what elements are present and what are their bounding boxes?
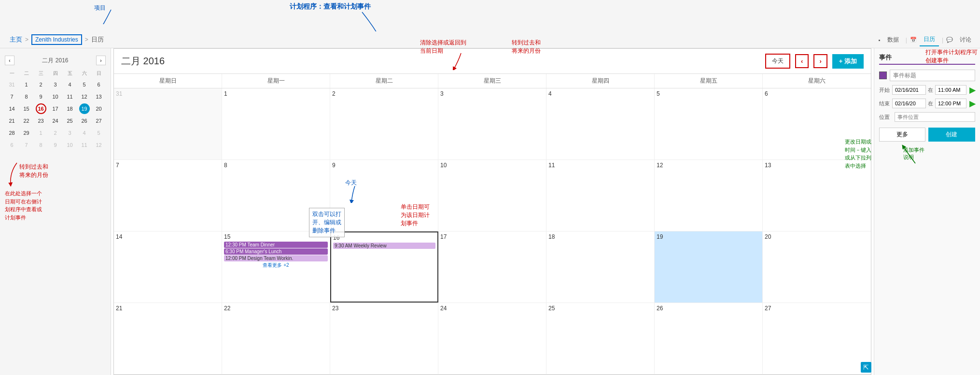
cal-cell[interactable]: 27 bbox=[763, 303, 871, 374]
mini-day[interactable]: 6 bbox=[94, 79, 104, 90]
mini-day[interactable]: 12 bbox=[94, 140, 104, 150]
cal-cell[interactable]: 10 bbox=[438, 160, 546, 231]
cal-cell[interactable]: 5 bbox=[655, 88, 763, 159]
mini-day[interactable]: 1 bbox=[21, 79, 32, 90]
mini-day[interactable]: 11 bbox=[79, 140, 90, 150]
mini-day[interactable]: 18 bbox=[65, 103, 75, 114]
cal-cell[interactable]: 22 bbox=[222, 303, 330, 374]
start-time-input[interactable] bbox=[935, 85, 966, 95]
cal-cell[interactable]: 1 bbox=[222, 88, 330, 159]
btn-create[interactable]: 创建 bbox=[928, 128, 976, 142]
cal-cell[interactable]: 12 bbox=[655, 160, 763, 231]
mini-day[interactable]: 5 bbox=[79, 79, 90, 90]
cal-cell[interactable]: 4 bbox=[546, 88, 655, 159]
cal-cell[interactable]: 1512:30 PM Team Dinner6:30 PM Manager's … bbox=[222, 231, 330, 303]
cal-event[interactable]: 9:30 AM Weekly Review bbox=[333, 243, 435, 249]
mini-day[interactable]: 14 bbox=[7, 103, 17, 114]
mini-day[interactable]: 7 bbox=[7, 91, 17, 102]
form-end-row: 结束 在 ▶ bbox=[879, 99, 975, 108]
mini-day[interactable]: 3 bbox=[50, 79, 61, 90]
cal-event[interactable]: 12:00 PM Design Team Workin. bbox=[224, 255, 328, 261]
cal-cell[interactable]: 7 bbox=[114, 160, 222, 231]
mini-day[interactable]: 5 bbox=[94, 128, 104, 138]
mini-day[interactable]: 21 bbox=[7, 115, 17, 126]
mini-day[interactable]: 27 bbox=[94, 115, 104, 126]
mini-day[interactable]: 12 bbox=[79, 91, 90, 102]
end-time-input[interactable] bbox=[935, 99, 966, 108]
mini-day[interactable]: 7 bbox=[21, 140, 32, 150]
cal-event[interactable]: 12:30 PM Team Dinner bbox=[224, 242, 328, 248]
mini-day[interactable]: 29 bbox=[21, 128, 32, 138]
mini-day[interactable]: 19 bbox=[79, 103, 90, 114]
mini-day[interactable]: 17 bbox=[50, 103, 61, 114]
tab-calendar[interactable]: 日历 bbox=[920, 33, 939, 46]
mini-day[interactable]: 8 bbox=[21, 91, 32, 102]
event-color-picker[interactable] bbox=[879, 72, 887, 79]
dow-sunday: 星期日 bbox=[114, 74, 222, 88]
mini-day[interactable]: 4 bbox=[65, 79, 75, 90]
start-date-input[interactable] bbox=[892, 85, 926, 95]
mini-day[interactable]: 22 bbox=[21, 115, 32, 126]
mini-day[interactable]: 2 bbox=[36, 79, 46, 90]
mini-day[interactable]: 24 bbox=[50, 115, 61, 126]
event-title-input[interactable] bbox=[890, 70, 975, 81]
cal-cell[interactable]: 24 bbox=[438, 303, 546, 374]
mini-day[interactable]: 11 bbox=[65, 91, 75, 102]
cal-cell[interactable]: 25 bbox=[546, 303, 655, 374]
cal-today-btn[interactable]: 今天 bbox=[765, 54, 790, 69]
cal-cell[interactable]: 2 bbox=[330, 88, 438, 159]
mini-day[interactable]: 10 bbox=[50, 91, 61, 102]
mini-day[interactable]: 9 bbox=[36, 91, 46, 102]
cal-event[interactable]: 6:30 PM Manager's Lunch bbox=[224, 248, 328, 255]
end-date-input[interactable] bbox=[892, 99, 926, 108]
end-time-arrow: ▶ bbox=[969, 99, 975, 108]
cal-cell[interactable]: 18 bbox=[546, 231, 655, 303]
cal-cell[interactable]: 31 bbox=[114, 88, 222, 159]
cal-next-btn[interactable]: › bbox=[813, 54, 827, 68]
cal-cell[interactable]: 20 bbox=[763, 231, 871, 303]
cal-cell[interactable]: 26 bbox=[655, 303, 763, 374]
mini-day[interactable]: 4 bbox=[79, 128, 90, 138]
mini-cal-next[interactable]: › bbox=[96, 56, 106, 65]
cal-date-number: 8 bbox=[224, 162, 328, 169]
mini-day[interactable]: 8 bbox=[36, 140, 46, 150]
cal-prev-btn[interactable]: ‹ bbox=[795, 54, 809, 68]
cal-cell[interactable]: 21 bbox=[114, 303, 222, 374]
mini-day[interactable]: 15 bbox=[21, 103, 32, 114]
cal-cell[interactable]: 169:30 AM Weekly Review bbox=[330, 231, 438, 303]
location-input[interactable] bbox=[895, 112, 975, 122]
breadcrumb-home[interactable]: 主页 bbox=[10, 35, 22, 44]
cal-cell[interactable]: 3 bbox=[438, 88, 546, 159]
mini-day[interactable]: 20 bbox=[94, 103, 104, 114]
cal-cell[interactable]: 8 bbox=[222, 160, 330, 231]
cal-cell[interactable]: 23 bbox=[330, 303, 438, 374]
mini-day[interactable]: 6 bbox=[7, 140, 17, 150]
mini-day[interactable]: 2 bbox=[50, 128, 61, 138]
cal-cell[interactable]: 17 bbox=[438, 231, 546, 303]
cal-cell[interactable]: 14 bbox=[114, 231, 222, 303]
cal-cell[interactable]: 13 bbox=[763, 160, 871, 231]
mini-day[interactable]: 16 bbox=[36, 103, 46, 114]
btn-more[interactable]: 更多 bbox=[879, 128, 925, 142]
breadcrumb-project[interactable]: Zenith Industries bbox=[31, 34, 82, 45]
cal-cell[interactable]: 9 bbox=[330, 160, 438, 231]
bottom-nav-icon[interactable]: ⇱ bbox=[861, 362, 871, 373]
mini-day[interactable]: 13 bbox=[94, 91, 104, 102]
mini-day[interactable]: 10 bbox=[65, 140, 75, 150]
mini-day[interactable]: 1 bbox=[36, 128, 46, 138]
cal-date-number: 27 bbox=[765, 305, 869, 312]
mini-day[interactable]: 28 bbox=[7, 128, 17, 138]
mini-day[interactable]: 23 bbox=[36, 115, 46, 126]
mini-day[interactable]: 3 bbox=[65, 128, 75, 138]
tab-data[interactable]: 数据 bbox=[883, 34, 903, 46]
mini-cal-prev[interactable]: ‹ bbox=[5, 56, 14, 65]
mini-day[interactable]: 31 bbox=[7, 79, 17, 90]
cal-cell[interactable]: 19 bbox=[655, 231, 763, 303]
mini-day[interactable]: 9 bbox=[50, 140, 61, 150]
cal-event-more[interactable]: 查看更多 +2 bbox=[224, 262, 328, 269]
cal-add-btn[interactable]: + 添加 bbox=[832, 54, 864, 69]
mini-day[interactable]: 26 bbox=[79, 115, 90, 126]
mini-day[interactable]: 25 bbox=[65, 115, 75, 126]
tab-discussion[interactable]: 讨论 bbox=[956, 34, 975, 46]
cal-cell[interactable]: 11 bbox=[546, 160, 655, 231]
